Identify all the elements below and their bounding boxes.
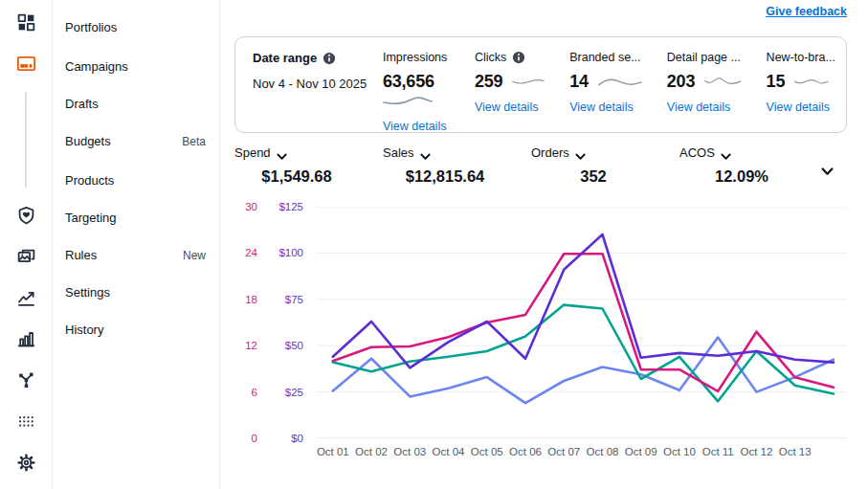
apps-grid-icon[interactable]: [9, 407, 43, 436]
sidebar-item-label: Settings: [65, 285, 110, 300]
x-axis-tick-label: Oct 09: [625, 446, 657, 457]
metric-label: Detail page ...: [667, 51, 741, 64]
x-axis-tick-label: Oct 05: [471, 446, 503, 457]
sidebar-item-portfolios[interactable]: Portfolios: [65, 11, 206, 43]
metric-value-block: 15: [767, 72, 829, 92]
summary-metric-value: $1,549.68: [234, 167, 359, 186]
series-sales: [333, 305, 834, 402]
sidebar-item-badge: New: [183, 249, 206, 262]
axis-tick-label: 0: [252, 432, 257, 445]
sidebar-item-label: Targeting: [65, 211, 116, 225]
view-details-link[interactable]: View details: [383, 120, 450, 133]
x-axis-tick-label: Oct 06: [509, 446, 542, 457]
sidebar-item-budgets[interactable]: BudgetsBeta: [65, 125, 206, 157]
info-icon[interactable]: [323, 52, 336, 65]
x-axis-tick-label: Oct 03: [393, 446, 426, 457]
app-root: PortfoliosCampaignsDraftsBudgetsBetaProd…: [0, 0, 868, 489]
summary-metric-selector[interactable]: Sales: [383, 145, 431, 160]
sparkline: [512, 75, 545, 89]
sidebar-item-settings[interactable]: Settings: [65, 277, 206, 308]
sidebar-item-campaigns[interactable]: Campaigns: [65, 51, 206, 82]
main-content: Give feedback Date range Nov 4 - Nov 10 …: [220, 0, 868, 489]
metric-card-impressions: Impressions 63,656 View details: [383, 51, 450, 121]
axis-tick-label: 30: [245, 200, 257, 213]
metric-value: 14: [569, 72, 589, 92]
sidebar-item-label: Drafts: [65, 97, 99, 111]
dashboard-icon[interactable]: [9, 8, 43, 37]
axis-tick-label: 6: [252, 386, 257, 399]
campaigns-icon[interactable]: [9, 49, 43, 78]
sparkline: [704, 75, 741, 89]
summary-metric-selector[interactable]: ACOS: [679, 145, 731, 160]
sidebar-item-label: Rules: [65, 248, 97, 262]
summary-metric-selector[interactable]: Orders: [531, 145, 586, 160]
summary-metric-sales: Sales $12,815.64: [383, 145, 531, 186]
view-details-link[interactable]: View details: [767, 100, 829, 114]
x-axis-tick-label: Oct 01: [317, 446, 349, 457]
metric-value: 63,656: [383, 72, 434, 91]
y-axis-dollars: $125$100$75$50$25$0: [273, 207, 303, 438]
metric-label: New-to-bra...: [767, 51, 835, 64]
metric-label-row: Clicks: [475, 51, 545, 64]
sidebar-item-label: Products: [65, 173, 114, 188]
sidebar-item-label: Portfolios: [65, 20, 117, 34]
x-axis-labels: Oct 01Oct 02Oct 03Oct 04Oct 05Oct 06Oct …: [316, 446, 847, 467]
sidebar-item-label: History: [65, 322, 103, 337]
sidebar-item-history[interactable]: History: [65, 314, 206, 345]
metric-value: 259: [475, 72, 502, 92]
sidebar-item-badge: Beta: [182, 135, 206, 148]
summary-metric-spend: Spend $1,549.68: [234, 145, 383, 186]
info-icon[interactable]: [512, 51, 525, 64]
x-axis-tick-label: Oct 12: [740, 446, 772, 457]
axis-tick-label: 12: [245, 339, 257, 352]
images-icon[interactable]: [9, 242, 43, 272]
metric-label: Clicks: [475, 51, 506, 64]
summary-metric-selector[interactable]: Spend: [234, 145, 287, 160]
date-range-selector[interactable]: Nov 4 - Nov 10 2025: [253, 77, 358, 91]
axis-tick-label: $0: [291, 432, 303, 445]
sparkline: [383, 93, 433, 107]
view-details-link[interactable]: View details: [475, 100, 545, 114]
sidebar-item-drafts[interactable]: Drafts: [65, 88, 206, 120]
axis-tick-label: 18: [245, 293, 257, 306]
sparkline: [598, 75, 642, 89]
metric-label-row: New-to-bra...: [767, 51, 829, 64]
summary-metrics-row: Spend $1,549.68 Sales $12,815.64 Orders …: [234, 145, 847, 186]
trend-chart-icon[interactable]: [9, 283, 43, 313]
chart-canvas[interactable]: [316, 207, 847, 438]
shield-icon[interactable]: [9, 201, 43, 231]
axis-tick-label: $125: [278, 200, 303, 213]
metric-value: 15: [767, 72, 786, 92]
date-range-label-row: Date range: [253, 51, 358, 65]
summary-metric-value: 12.09%: [679, 167, 804, 186]
summary-metric-label: Sales: [383, 145, 414, 160]
y-axis-secondary: 3024181260: [234, 207, 257, 438]
sidebar-item-products[interactable]: Products: [65, 165, 206, 196]
rail-connector-line: [25, 92, 27, 189]
axis-tick-label: $50: [285, 339, 303, 352]
metric-value-block: 203: [667, 72, 742, 92]
metrics-summary-card: Date range Nov 4 - Nov 10 2025 Impressio…: [234, 36, 847, 133]
summary-metric-acos: ACOS 12.09%: [679, 145, 828, 186]
give-feedback-link[interactable]: Give feedback: [766, 5, 847, 18]
metric-value-block: 259: [475, 72, 545, 92]
chevron-down-icon: [420, 149, 431, 157]
summary-metric-label: Orders: [531, 145, 569, 160]
summary-metric-label: ACOS: [679, 145, 715, 160]
summary-metric-label: Spend: [234, 145, 271, 160]
metric-label: Branded se...: [569, 51, 640, 64]
network-icon[interactable]: [9, 366, 43, 395]
icon-rail: [0, 0, 53, 489]
bar-chart-icon[interactable]: [9, 324, 43, 354]
view-details-link[interactable]: View details: [569, 100, 642, 114]
metric-card-clicks: Clicks 259View details: [475, 51, 545, 121]
metric-label-row: Branded se...: [569, 51, 642, 64]
metric-label: Impressions: [383, 51, 447, 64]
sidebar-item-rules[interactable]: RulesNew: [65, 239, 206, 271]
sidebar-item-targeting[interactable]: Targeting: [65, 202, 206, 233]
gear-icon[interactable]: [9, 448, 43, 478]
axis-tick-label: $75: [285, 293, 303, 306]
collapse-chart-button[interactable]: [821, 165, 834, 179]
view-details-link[interactable]: View details: [667, 100, 742, 114]
performance-chart: 3024181260 $125$100$75$50$25$0 Oct 01Oct…: [234, 207, 847, 467]
